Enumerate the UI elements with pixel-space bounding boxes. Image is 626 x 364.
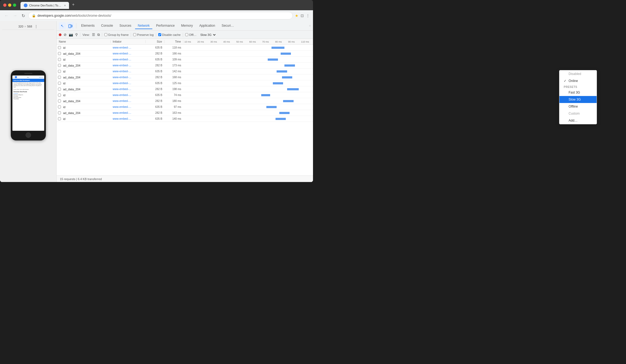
row-size: 282 B xyxy=(146,76,164,79)
maximize-button[interactable] xyxy=(13,4,16,7)
forward-button[interactable]: → xyxy=(12,13,18,19)
row-size: 282 B xyxy=(146,52,164,55)
throttle-select-wrapper: Slow 3G Fast 3G Online Offline xyxy=(199,33,216,37)
phone-breadcrumb-text: Products › Web › Tools for Web Developer… xyxy=(13,89,29,90)
row-checkbox[interactable] xyxy=(57,70,62,73)
network-toolbar: ⊘ 📷 ⚲ View: ☰ ⧉ Group by frame Preserve … xyxy=(57,31,313,39)
tab-performance[interactable]: Performance xyxy=(153,23,177,29)
table-row[interactable]: id www-embed-… 635 B 118 ms xyxy=(57,45,313,51)
screenshot-icon[interactable]: 📷 xyxy=(69,33,73,37)
row-checkbox[interactable] xyxy=(57,52,62,55)
offline-checkbox[interactable] xyxy=(185,33,188,36)
browser-menu-icon[interactable]: ⋮ xyxy=(306,13,310,18)
url-domain: developers.google.com xyxy=(37,14,71,18)
row-checkbox[interactable] xyxy=(57,46,62,49)
row-checkbox[interactable] xyxy=(57,111,62,114)
disable-cache-checkbox[interactable] xyxy=(158,33,161,36)
list-view-icon[interactable]: ☰ xyxy=(92,33,95,37)
tab-console[interactable]: Console xyxy=(98,23,116,29)
tab-sources[interactable]: Sources xyxy=(117,23,134,29)
row-waterfall xyxy=(183,80,313,86)
row-waterfall xyxy=(183,68,313,74)
table-row[interactable]: ad_data_204 www-embed-… 282 B 163 ms xyxy=(57,110,313,116)
row-size: 635 B xyxy=(146,46,164,49)
table-row[interactable]: ad_data_204 www-embed-… 282 B 166 ms xyxy=(57,51,313,57)
main-content: 320 × 568 ⋮ ≡ Web SIGN xyxy=(0,21,313,182)
phone-menu-item-device: Device Mode xyxy=(13,98,43,100)
row-initiator: www-embed-… xyxy=(111,76,146,79)
waterfall-marker: 40 ms xyxy=(222,40,235,43)
table-row[interactable]: id www-embed-… 635 B 125 ms xyxy=(57,80,313,86)
row-initiator: www-embed-… xyxy=(111,82,146,85)
browser-tab[interactable]: Chrome DevTools | Tools for W × xyxy=(20,2,69,9)
browser-frame: Chrome DevTools | Tools for W × + ← → ↻ … xyxy=(0,0,313,182)
group-by-frame-checkbox[interactable] xyxy=(104,33,107,36)
table-row[interactable]: id www-embed-… 635 B 97 ms xyxy=(57,104,313,110)
preserve-log-checkbox[interactable] xyxy=(133,33,136,36)
row-size: 282 B xyxy=(146,88,164,91)
record-button[interactable] xyxy=(59,33,61,36)
row-checkbox[interactable] xyxy=(57,82,62,85)
address-input[interactable]: 🔒 developers.google.com/web/tools/chrome… xyxy=(28,12,293,19)
table-row[interactable]: ad_data_204 www-embed-… 282 B 198 ms xyxy=(57,86,313,92)
viewport-menu-icon[interactable]: ⋮ xyxy=(34,24,38,29)
tab-security[interactable]: Securi… xyxy=(219,23,237,29)
row-checkbox[interactable] xyxy=(57,105,62,108)
bookmark-icon[interactable]: ★ xyxy=(295,13,298,18)
dimensions-bar: 320 × 568 ⋮ xyxy=(2,23,54,30)
group-by-frame-group: Group by frame xyxy=(104,33,129,36)
phone-wrapper: ≡ Web SIGN IN Tools for Web Developers xyxy=(11,31,46,180)
table-row[interactable]: id www-embed-… 635 B 109 ms xyxy=(57,57,313,63)
row-initiator: www-embed-… xyxy=(111,46,146,49)
cursor-tool-button[interactable]: ↖ xyxy=(59,22,66,29)
devtools-close-icon[interactable]: × xyxy=(309,24,311,28)
row-checkbox[interactable] xyxy=(57,94,62,97)
status-text: 15 requests | 6.4 KB transferred xyxy=(60,177,102,181)
tab-elements[interactable]: Elements xyxy=(78,23,97,29)
device-toggle-button[interactable] xyxy=(67,22,74,29)
tab-network[interactable]: Network xyxy=(135,23,152,29)
offline-label: Offl… xyxy=(189,33,197,36)
table-row[interactable]: id www-embed-… 635 B 140 ms xyxy=(57,116,313,122)
minimize-button[interactable] xyxy=(8,4,11,7)
tab-close-icon[interactable]: × xyxy=(64,4,66,7)
tab-memory[interactable]: Memory xyxy=(178,23,195,29)
row-waterfall xyxy=(183,57,313,63)
table-row[interactable]: id www-embed-… 635 B 142 ms xyxy=(57,68,313,74)
back-button[interactable]: ← xyxy=(3,13,10,19)
phone-hero-section: Tools for Web Developers xyxy=(12,79,44,82)
refresh-button[interactable]: ↻ xyxy=(20,13,26,19)
stop-recording-icon[interactable]: ⊘ xyxy=(64,33,67,37)
viewport-height: 568 xyxy=(27,25,32,28)
table-row[interactable]: id www-embed-… 635 B 74 ms xyxy=(57,92,313,98)
toolbar-sep-3 xyxy=(131,33,131,37)
table-row[interactable]: ad_data_204 www-embed-… 282 B 173 ms xyxy=(57,63,313,68)
row-time: 97 ms xyxy=(164,105,183,108)
row-initiator: www-embed-… xyxy=(111,58,146,61)
table-row[interactable]: ad_data_204 www-embed-… 282 B 168 ms xyxy=(57,74,313,80)
waterfall-marker: 110 ms xyxy=(300,40,313,43)
row-size: 635 B xyxy=(146,82,164,85)
filter-icon[interactable]: ⚲ xyxy=(75,33,78,37)
row-checkbox[interactable] xyxy=(57,76,62,79)
cast-icon[interactable]: ⊡ xyxy=(301,13,304,18)
row-checkbox[interactable] xyxy=(57,117,62,120)
row-name: ad_data_204 xyxy=(62,76,111,79)
close-button[interactable] xyxy=(3,4,6,7)
throttle-select[interactable]: Slow 3G Fast 3G Online Offline xyxy=(199,33,216,37)
preserve-log-label: Preserve log xyxy=(137,33,154,36)
row-checkbox[interactable] xyxy=(57,99,62,102)
status-bar: 15 requests | 6.4 KB transferred xyxy=(57,176,313,182)
group-view-icon[interactable]: ⧉ xyxy=(97,33,100,37)
waterfall-marker: 50 ms xyxy=(235,40,248,43)
row-checkbox[interactable] xyxy=(57,88,62,91)
row-checkbox[interactable] xyxy=(57,58,62,61)
new-tab-button[interactable]: + xyxy=(70,1,77,8)
column-initiator-header: Initiator xyxy=(111,40,146,43)
table-row[interactable]: ad_data_204 www-embed-… 282 B 180 ms xyxy=(57,98,313,104)
row-size: 635 B xyxy=(146,94,164,97)
tab-application[interactable]: Application xyxy=(197,23,218,29)
row-checkbox[interactable] xyxy=(57,64,62,67)
row-time: 109 ms xyxy=(164,58,183,61)
disable-cache-group: Disable cache xyxy=(158,33,181,36)
